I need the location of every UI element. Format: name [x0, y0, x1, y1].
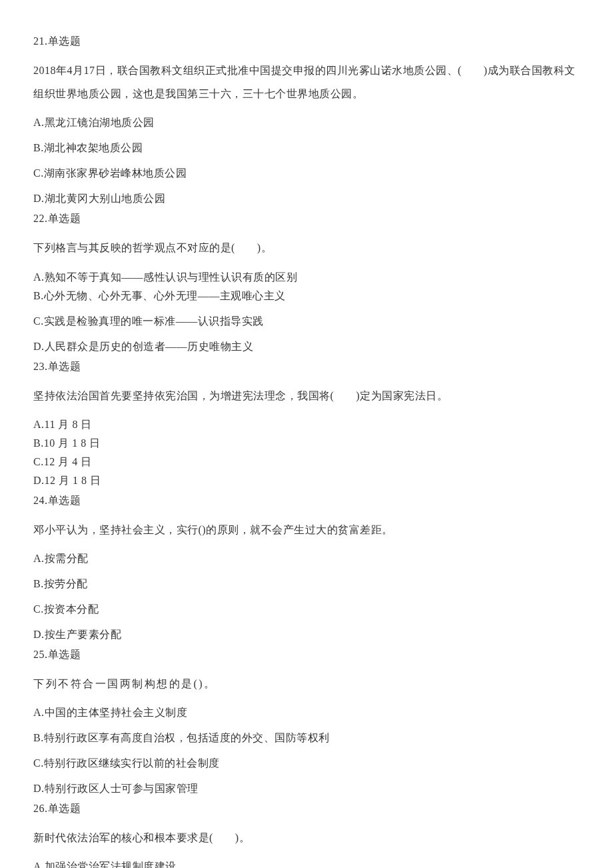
- question-stem: 2018年4月17日，联合国教科文组织正式批准中国提交申报的四川光雾山诺水地质公…: [33, 59, 580, 105]
- question-header: 25.单选题: [33, 647, 580, 663]
- option-c: C.按资本分配: [33, 601, 580, 617]
- option-a: A.11 月 8 日: [33, 417, 580, 433]
- question-stem: 邓小平认为，坚持社会主义，实行()的原则，就不会产生过大的贫富差距。: [33, 518, 580, 541]
- option-d: D.特别行政区人士可参与国家管理: [33, 781, 580, 797]
- question-header: 24.单选题: [33, 493, 580, 509]
- option-c: C.实践是检验真理的唯一标准——认识指导实践: [33, 313, 580, 329]
- option-a: A.黑龙江镜泊湖地质公园: [33, 115, 580, 131]
- option-a: A.熟知不等于真知——感性认识与理性认识有质的区别: [33, 269, 580, 285]
- option-b: B.按劳分配: [33, 576, 580, 592]
- option-d: D.湖北黄冈大别山地质公园: [33, 191, 580, 207]
- option-a: A.中国的主体坚持社会主义制度: [33, 705, 580, 721]
- option-a: A.按需分配: [33, 551, 580, 567]
- option-b: B.特别行政区享有高度自治权，包括适度的外交、国防等权利: [33, 730, 580, 746]
- question-header: 23.单选题: [33, 359, 580, 375]
- question-21: 21.单选题 2018年4月17日，联合国教科文组织正式批准中国提交申报的四川光…: [33, 33, 580, 207]
- question-23: 23.单选题 坚持依法治国首先要坚持依宪治国，为增进宪法理念，我国将( )定为国…: [33, 359, 580, 489]
- option-b: B.心外无物、心外无事、心外无理——主观唯心主义: [33, 288, 580, 304]
- option-c: C.特别行政区继续实行以前的社会制度: [33, 755, 580, 771]
- option-d: D.按生产要素分配: [33, 627, 580, 643]
- option-c: C.湖南张家界砂岩峰林地质公园: [33, 165, 580, 181]
- option-c: C.12 月 4 日: [33, 454, 580, 470]
- question-25: 25.单选题 下列不符合一国两制构想的是()。 A.中国的主体坚持社会主义制度 …: [33, 647, 580, 797]
- question-24: 24.单选题 邓小平认为，坚持社会主义，实行()的原则，就不会产生过大的贫富差距…: [33, 493, 580, 643]
- question-header: 22.单选题: [33, 211, 580, 227]
- option-b: B.湖北神农架地质公园: [33, 140, 580, 156]
- question-stem: 下列格言与其反映的哲学观点不对应的是( )。: [33, 236, 580, 259]
- option-a: A.加强治党治军法规制度建设: [33, 859, 580, 868]
- question-stem: 坚持依法治国首先要坚持依宪治国，为增进宪法理念，我国将( )定为国家宪法日。: [33, 384, 580, 407]
- question-26: 26.单选题 新时代依法治军的核心和根本要求是( )。 A.加强治党治军法规制度…: [33, 801, 580, 868]
- option-b: B.10 月 1 8 日: [33, 435, 580, 451]
- question-stem: 新时代依法治军的核心和根本要求是( )。: [33, 826, 580, 849]
- question-stem: 下列不符合一国两制构想的是()。: [33, 672, 580, 695]
- question-header: 26.单选题: [33, 801, 580, 817]
- option-d: D.12 月 1 8 日: [33, 473, 580, 489]
- option-d: D.人民群众是历史的创造者——历史唯物主义: [33, 339, 580, 355]
- question-22: 22.单选题 下列格言与其反映的哲学观点不对应的是( )。 A.熟知不等于真知—…: [33, 211, 580, 354]
- question-header: 21.单选题: [33, 33, 580, 49]
